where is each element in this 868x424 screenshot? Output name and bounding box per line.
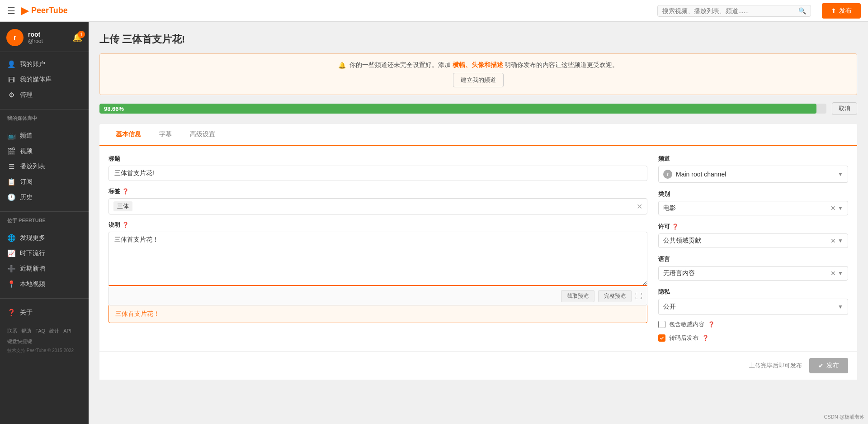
logo[interactable]: ▶ PeerTube bbox=[21, 5, 68, 17]
channel-select[interactable]: r Main root channel ▼ bbox=[658, 166, 848, 183]
category-dropdown-arrow: ▼ bbox=[838, 205, 843, 211]
publish-button[interactable]: ✔ 发布 bbox=[809, 358, 848, 373]
textarea-wrapper: 截取预览 完整预览 ⛶ bbox=[108, 232, 647, 305]
sensitive-label[interactable]: 包含敏感内容 bbox=[669, 320, 704, 329]
top-publish-button[interactable]: ⬆ 发布 bbox=[822, 3, 861, 19]
user-info: root @root bbox=[28, 31, 43, 44]
form-body: 标题 标签 ❓ 三体 ✕ 说明 ❓ bbox=[99, 146, 857, 351]
progress-bar-fill: 98.66% bbox=[99, 104, 816, 114]
sidebar-item-videos[interactable]: 🎬 视频 bbox=[0, 143, 89, 159]
title-input[interactable] bbox=[108, 166, 647, 181]
channel-label: 频道 bbox=[658, 155, 848, 163]
sidebar-divider-2 bbox=[0, 211, 89, 212]
search-bar[interactable]: 🔍 bbox=[657, 5, 811, 17]
preview-box: 三体首支片花！ bbox=[108, 305, 647, 323]
trending-icon: 📈 bbox=[7, 249, 15, 257]
copyright: 技术支持 PeerTube © 2015-2022 bbox=[0, 346, 89, 356]
clear-tags-button[interactable]: ✕ bbox=[637, 202, 642, 211]
transcode-label[interactable]: 转码后发布 bbox=[669, 334, 698, 342]
language-clear[interactable]: ✕ bbox=[830, 270, 836, 277]
tab-basic[interactable]: 基本信息 bbox=[107, 124, 150, 146]
page-title: 上传 三体首支片花! bbox=[99, 33, 857, 46]
sidebar-item-local[interactable]: 📍 本地视频 bbox=[0, 276, 89, 292]
transcode-checkbox[interactable] bbox=[658, 334, 665, 342]
sidebar-item-my-library[interactable]: 🎞 我的媒体库 bbox=[0, 72, 89, 87]
checkmark-btn-icon: ✔ bbox=[818, 362, 824, 369]
channel-avatar: r bbox=[663, 170, 672, 179]
sidebar-item-playlists[interactable]: ☰ 播放列表 bbox=[0, 159, 89, 174]
link-contact[interactable]: 联系 bbox=[7, 328, 17, 333]
crop-preview-button[interactable]: 截取预览 bbox=[561, 290, 594, 302]
upload-status: 上传完毕后即可发布 bbox=[749, 362, 802, 370]
link-help[interactable]: 帮助 bbox=[21, 328, 31, 333]
location-icon: 📍 bbox=[7, 280, 15, 288]
sidebar-divider-1 bbox=[0, 109, 89, 110]
sensitive-content-row: 包含敏感内容 ❓ bbox=[658, 320, 848, 329]
transcode-row: 转码后发布 ❓ bbox=[658, 334, 848, 342]
keyboard-shortcuts[interactable]: 键盘快捷键 bbox=[0, 337, 89, 346]
sidebar-section-label-1: 我的媒体库中 bbox=[0, 111, 89, 124]
language-label: 语言 bbox=[658, 255, 848, 263]
description-label: 说明 ❓ bbox=[108, 221, 647, 229]
search-input[interactable] bbox=[662, 7, 796, 14]
form-left: 标题 标签 ❓ 三体 ✕ 说明 ❓ bbox=[108, 155, 647, 342]
tab-subtitles[interactable]: 字幕 bbox=[150, 124, 181, 146]
warning-highlight: 横幅、头像和描述 bbox=[453, 61, 503, 68]
link-api[interactable]: API bbox=[63, 328, 71, 333]
checkmark-icon bbox=[660, 336, 664, 340]
person-icon: 👤 bbox=[7, 60, 15, 68]
warning-banner: 🔔 你的一些频道还未完全设置好。添加 横幅、头像和描述 明确你发布的内容让这些频… bbox=[99, 53, 857, 95]
sidebar-item-trending[interactable]: 📈 时下流行 bbox=[0, 246, 89, 261]
main-content: 上传 三体首支片花! 🔔 你的一些频道还未完全设置好。添加 横幅、头像和描述 明… bbox=[89, 22, 868, 424]
notification-bell[interactable]: 🔔 1 bbox=[72, 33, 82, 43]
progress-section: 98.66% 取消 bbox=[99, 102, 857, 115]
transcode-help-icon[interactable]: ❓ bbox=[702, 335, 709, 341]
cancel-button[interactable]: 取消 bbox=[832, 102, 857, 115]
tags-help-icon[interactable]: ❓ bbox=[122, 188, 129, 195]
language-select[interactable]: 无语言内容 ✕ ▼ bbox=[658, 266, 848, 281]
privacy-select[interactable]: 公开 ▼ bbox=[658, 299, 848, 315]
sidebar-item-admin[interactable]: ⚙ 管理 bbox=[0, 87, 89, 103]
license-clear[interactable]: ✕ bbox=[830, 237, 836, 244]
privacy-label: 隐私 bbox=[658, 288, 848, 296]
description-input[interactable] bbox=[108, 232, 647, 286]
full-preview-button[interactable]: 完整预览 bbox=[598, 290, 632, 302]
expand-icon[interactable]: ⛶ bbox=[635, 292, 642, 300]
globe-icon: 🌐 bbox=[7, 234, 15, 242]
category-label: 类别 bbox=[658, 190, 848, 198]
menu-toggle[interactable]: ☰ bbox=[7, 5, 15, 16]
subscriptions-icon: 📋 bbox=[7, 178, 15, 186]
sidebar-item-channels[interactable]: 📺 频道 bbox=[0, 128, 89, 143]
sidebar-item-recently-added[interactable]: ➕ 近期新增 bbox=[0, 261, 89, 276]
sidebar-item-about[interactable]: ❓ 关于 bbox=[0, 305, 89, 320]
sidebar-peertube-section: 🌐 发现更多 📈 时下流行 ➕ 近期新增 📍 本地视频 bbox=[0, 226, 89, 296]
watermark: CSDN @杨浦老苏 bbox=[824, 414, 864, 420]
license-help-icon[interactable]: ❓ bbox=[672, 224, 679, 230]
tags-label: 标签 ❓ bbox=[108, 187, 647, 195]
sidebar-item-subscriptions[interactable]: 📋 订阅 bbox=[0, 174, 89, 190]
link-faq[interactable]: FAQ bbox=[35, 328, 45, 333]
description-help-icon[interactable]: ❓ bbox=[122, 222, 129, 228]
sidebar-section-label-2: 位于 PEERTUBE bbox=[0, 214, 89, 226]
category-select[interactable]: 电影 ✕ ▼ bbox=[658, 201, 848, 215]
privacy-dropdown-arrow: ▼ bbox=[838, 304, 843, 310]
sidebar-account-section: 👤 我的账户 🎞 我的媒体库 ⚙ 管理 bbox=[0, 52, 89, 107]
license-select[interactable]: 公共领域贡献 ✕ ▼ bbox=[658, 233, 848, 248]
license-label: 许可 ❓ bbox=[658, 223, 848, 231]
form-tabs: 基本信息 字幕 高级设置 bbox=[99, 124, 857, 146]
sensitive-help-icon[interactable]: ❓ bbox=[708, 321, 715, 328]
tab-advanced[interactable]: 高级设置 bbox=[181, 124, 224, 146]
link-stats[interactable]: 统计 bbox=[49, 328, 59, 333]
sidebar-item-my-account[interactable]: 👤 我的账户 bbox=[0, 57, 89, 72]
language-value: 无语言内容 bbox=[663, 269, 829, 277]
sidebar-divider-3 bbox=[0, 298, 89, 299]
user-profile[interactable]: r root @root 🔔 1 bbox=[0, 22, 89, 52]
category-clear[interactable]: ✕ bbox=[830, 205, 836, 212]
sensitive-checkbox[interactable] bbox=[658, 321, 665, 328]
build-channel-button[interactable]: 建立我的频道 bbox=[453, 73, 504, 87]
search-icon: 🔍 bbox=[798, 7, 806, 14]
sidebar-item-history[interactable]: 🕐 历史 bbox=[0, 190, 89, 205]
tag-input[interactable]: 三体 ✕ bbox=[108, 198, 647, 214]
sidebar-item-discover[interactable]: 🌐 发现更多 bbox=[0, 230, 89, 246]
progress-bar: 98.66% bbox=[99, 104, 826, 114]
